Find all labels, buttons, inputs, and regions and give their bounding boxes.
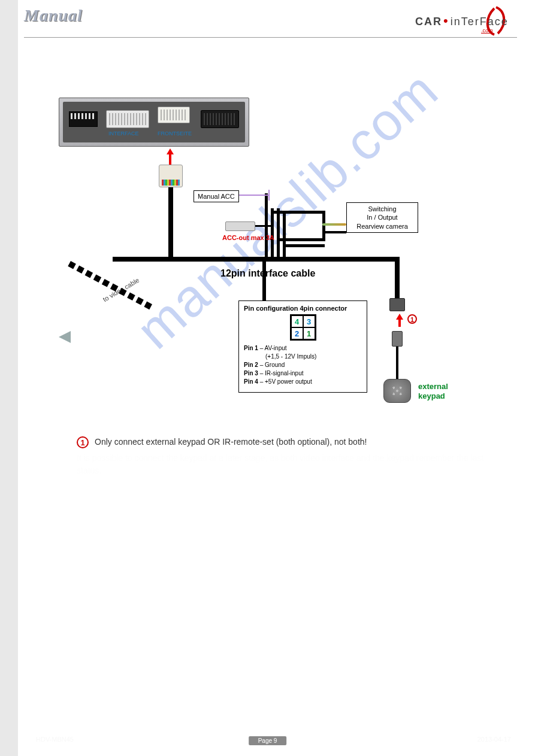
footer-right: 2013-04-17 (477, 736, 511, 743)
cable-main (113, 257, 397, 262)
video-cable-dashes (68, 261, 152, 309)
logo-text-car: CAR (415, 16, 442, 28)
footer-left: HDV-MBN45 (36, 736, 74, 743)
plug-12pin-icon (159, 165, 183, 187)
pin2-line: Pin 2 – Ground (244, 361, 362, 369)
pin4-line: Pin 4 – +5V power output (244, 378, 362, 386)
keypad-wire (396, 347, 398, 379)
note-line1: Only connect external keypad OR IR-remot… (95, 436, 367, 448)
page-header: Manual CAR • inTerFace .com (24, 6, 517, 42)
arrow-up-icon (396, 314, 403, 327)
branch-wire (322, 232, 325, 241)
marker-1-icon: 1 (407, 314, 417, 324)
pin1-sub: (+1,5 - 12V Impuls) (244, 353, 362, 361)
header-divider (24, 37, 517, 38)
connector-interface (106, 110, 149, 128)
note-line2: It is possible to connect the keypad at … (77, 452, 499, 477)
wiring-diagram: INTERFACE FRONTSEITE 12pin interface cab… (59, 59, 484, 430)
marker-1-icon: 1 (77, 436, 89, 448)
external-keypad-icon (383, 379, 411, 403)
switching-l1: Switching (350, 205, 414, 213)
cable-title: 12pin interface cable (220, 268, 315, 279)
inline-connector-icon (322, 223, 346, 226)
manual-acc-box: Manual ACC (194, 190, 239, 202)
dip-switch-icon (69, 111, 98, 127)
arrow-left-icon (59, 331, 71, 343)
manual-page: Manual CAR • inTerFace .com manualslib.c… (0, 0, 535, 756)
page-number: Page 9 (249, 736, 287, 745)
label-interface: INTERFACE (108, 130, 139, 136)
pin-grid: 4 3 2 1 (290, 314, 316, 341)
branch-wire (277, 208, 280, 259)
branch-wire (283, 244, 325, 247)
keypad-label: external keypad (418, 382, 448, 400)
branch-wire (322, 231, 346, 233)
cable (262, 257, 266, 300)
switching-box: Switching In / Output Rearview camera (346, 202, 418, 233)
switching-l3: Rearview camera (350, 222, 414, 230)
cable (395, 257, 400, 302)
brand-logo: CAR • inTerFace .com (415, 6, 517, 36)
pin3-line: Pin 3 – IR-signal-input (244, 369, 362, 378)
connector-black (201, 110, 239, 128)
pin-2: 2 (291, 327, 303, 339)
keypad-plug-bottom-icon (392, 331, 403, 347)
branch-wire (277, 238, 325, 241)
cable (168, 187, 173, 259)
switching-l2: In / Output (350, 213, 414, 221)
pin-config-box: Pin configuration 4pin connector 4 3 2 1… (238, 300, 367, 393)
acc-out-label: ACC-out max 3A (222, 234, 274, 241)
arrow-up-icon (167, 148, 174, 166)
label-frontseite: FRONTSEITE (158, 130, 192, 136)
keypad-plug-top-icon (389, 298, 405, 311)
branch-wire (271, 211, 325, 214)
pinbox-title: Pin configuration 4pin connector (244, 305, 362, 312)
logo-text-interface: inTerFace (451, 16, 509, 28)
interface-box: INTERFACE FRONTSEITE (59, 98, 249, 147)
logo-tld: .com (481, 28, 493, 34)
footnote: 1 Only connect external keypad OR IR-rem… (77, 436, 499, 477)
acc-out-wire (255, 225, 272, 227)
side-margin (0, 0, 18, 756)
manual-acc-wire (238, 195, 268, 196)
pin1-line: Pin 1 – AV-input (244, 344, 362, 353)
branch-wire (283, 211, 286, 259)
pin-3: 3 (303, 315, 315, 327)
acc-out-plug-icon (225, 221, 255, 231)
pin-1: 1 (303, 327, 315, 339)
pin-4: 4 (291, 315, 303, 327)
connector-frontseite (158, 107, 190, 123)
